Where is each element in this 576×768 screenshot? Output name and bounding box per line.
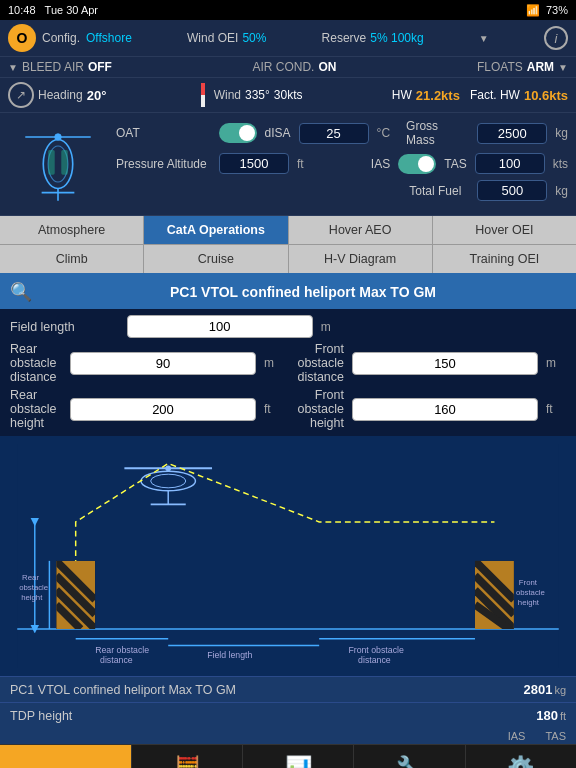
svg-rect-10 <box>17 444 558 668</box>
dropdown-arrow-right[interactable]: ▼ <box>479 33 489 44</box>
tab-bar-2: Climb Cruise H-V Diagram Training OEI <box>0 245 576 275</box>
disa-value[interactable]: 25 <box>299 123 369 144</box>
gross-mass-label: Gross Mass <box>406 119 469 147</box>
nav-perfo[interactable]: 🧮 Perfo <box>131 745 242 768</box>
svg-rect-0 <box>201 83 205 95</box>
bleed-dropdown[interactable]: ▼ <box>8 62 18 73</box>
heading-label: Heading <box>38 88 83 102</box>
ias-footer-label: IAS <box>508 730 526 742</box>
front-obst-dist-input[interactable] <box>352 352 538 375</box>
total-fuel-value[interactable]: 500 <box>477 180 547 201</box>
hw-label: HW <box>392 88 412 102</box>
settings-icon: ⚙️ <box>507 755 534 769</box>
rear-obst-height-label: Rear obstacle height <box>10 388 62 430</box>
content-title: PC1 VTOL confined heliport Max TO GM <box>40 284 566 300</box>
total-fuel-label: Total Fuel <box>409 184 461 198</box>
gross-mass-value[interactable]: 2500 <box>477 123 547 144</box>
press-alt-value[interactable]: 1500 <box>219 153 289 174</box>
tab-cruise[interactable]: Cruise <box>144 245 288 273</box>
config-icon: 🔧 <box>396 755 423 769</box>
tab-atmosphere[interactable]: Atmosphere <box>0 216 144 244</box>
tab-hover-aeo[interactable]: Hover AEO <box>289 216 433 244</box>
p-range-icon: 📊 <box>285 755 312 769</box>
bottom-nav: EC135 T3 (CPDS) 🧮 Perfo 📊 P-Range 🔧 Conf… <box>0 744 576 768</box>
result-1-unit: kg <box>554 684 566 696</box>
time: 10:48 <box>8 4 36 16</box>
ias-label: IAS <box>371 157 390 171</box>
reserve-label: Reserve <box>322 31 367 45</box>
svg-point-16 <box>165 465 171 471</box>
svg-point-9 <box>55 134 62 141</box>
oat-toggle[interactable] <box>219 123 257 143</box>
heading-value: 20° <box>87 88 107 103</box>
wind-label: Wind <box>214 88 241 102</box>
svg-text:distance: distance <box>358 655 391 665</box>
tas-unit: kts <box>553 157 568 171</box>
tas-footer-label: TAS <box>545 730 566 742</box>
svg-text:obstacle: obstacle <box>19 583 48 592</box>
tab-training-oei[interactable]: Training OEI <box>433 245 576 273</box>
result-1-label: PC1 VTOL confined heliport Max TO GM <box>10 683 236 697</box>
gross-mass-unit: kg <box>555 126 568 140</box>
bleed-air-value: OFF <box>88 60 112 74</box>
field-length-input[interactable] <box>127 315 313 338</box>
battery: 73% <box>546 4 568 16</box>
nav-config[interactable]: 🔧 Config. <box>353 745 464 768</box>
tab-cata-operations[interactable]: CatA Operations <box>144 216 288 244</box>
svg-text:Rear: Rear <box>22 573 39 582</box>
front-obst-height-input[interactable] <box>352 398 538 421</box>
wifi-icon: 📶 <box>526 4 540 17</box>
config-value: Offshore <box>86 31 132 45</box>
content-header: 🔍 PC1 VTOL confined heliport Max TO GM <box>0 275 576 309</box>
result-2-label: TDP height <box>10 709 72 723</box>
svg-rect-1 <box>201 95 205 107</box>
ias-tas-toggle[interactable] <box>398 154 436 174</box>
bleed-air-row: ▼ BLEED AIR OFF AIR COND. ON FLOATS ARM … <box>0 57 576 78</box>
rear-obst-height-unit: ft <box>264 402 284 416</box>
svg-text:height: height <box>518 598 540 607</box>
rear-obst-dist-unit: m <box>264 356 284 370</box>
date: Tue 30 Apr <box>45 4 98 16</box>
result-2-number: 180 <box>536 708 558 723</box>
tas-value[interactable]: 100 <box>475 153 545 174</box>
search-icon: 🔍 <box>10 281 32 303</box>
rear-obst-height-input[interactable] <box>70 398 256 421</box>
floats-value: ARM <box>527 60 554 74</box>
result-row-1: PC1 VTOL confined heliport Max TO GM 280… <box>0 676 576 702</box>
rear-obst-dist-input[interactable] <box>70 352 256 375</box>
rear-obst-height-row: Rear obstacle height ft Front obstacle h… <box>10 388 566 430</box>
rear-obst-dist-label: Rear obstacle distance <box>10 342 62 384</box>
result-2-value: 180 ft <box>536 708 566 723</box>
svg-text:Front: Front <box>519 578 538 587</box>
svg-text:Field length: Field length <box>207 650 252 660</box>
ias-tas-footer: IAS TAS <box>0 728 576 744</box>
floats-dropdown[interactable]: ▼ <box>558 62 568 73</box>
field-length-unit: m <box>321 320 341 334</box>
rear-obst-dist-row: Rear obstacle distance m Front obstacle … <box>10 342 566 384</box>
wind-oei-value: 50% <box>242 31 266 45</box>
pressure-alt-row: Pressure Altitude 1500 ft IAS TAS 100 kt… <box>116 153 568 174</box>
press-alt-unit: ft <box>297 157 304 171</box>
config-label: Config. <box>42 31 80 45</box>
tab-hover-oei[interactable]: Hover OEI <box>433 216 576 244</box>
press-alt-label: Pressure Altitude <box>116 157 211 171</box>
info-button[interactable]: i <box>544 26 568 50</box>
config-row: O Config. Offshore Wind OEI 50% Reserve … <box>0 20 576 57</box>
nav-settings[interactable]: ⚙️ Settings <box>465 745 576 768</box>
svg-text:obstacle: obstacle <box>516 588 545 597</box>
front-obst-dist-label: Front obstacle distance <box>292 342 344 384</box>
input-grid: Field length m Rear obstacle distance m … <box>0 309 576 436</box>
config-badge: O <box>8 24 36 52</box>
svg-text:height: height <box>21 593 43 602</box>
tab-climb[interactable]: Climb <box>0 245 144 273</box>
tab-hv-diagram[interactable]: H-V Diagram <box>289 245 433 273</box>
instrument-panel: OAT dISA 25 °C Gross Mass 2500 kg Pressu… <box>0 113 576 216</box>
hw-value: 21.2kts <box>416 88 460 103</box>
nav-p-range[interactable]: 📊 P-Range <box>242 745 353 768</box>
field-length-label: Field length <box>10 320 119 334</box>
oat-label: OAT <box>116 126 211 140</box>
front-obst-height-label: Front obstacle height <box>292 388 344 430</box>
tab-bar-1: Atmosphere CatA Operations Hover AEO Hov… <box>0 216 576 245</box>
svg-text:Rear obstacle: Rear obstacle <box>95 645 149 655</box>
air-cond-value: ON <box>318 60 336 74</box>
